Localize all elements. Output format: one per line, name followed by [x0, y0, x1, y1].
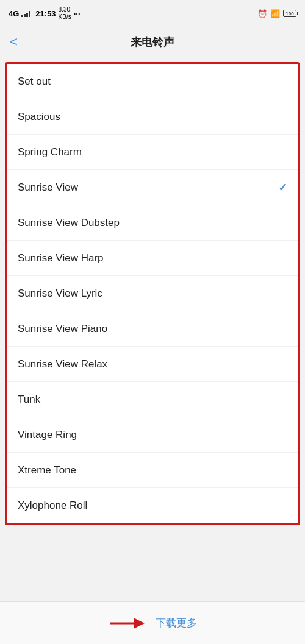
wifi-icon: 📶 — [270, 9, 280, 18]
list-item-label: Sunrise View Lyric — [18, 288, 102, 300]
carrier-label: 4G — [9, 9, 19, 18]
arrow-icon — [108, 615, 145, 632]
list-item-label: Sunrise View Dubstep — [18, 217, 120, 229]
status-bar: 4G 21:53 8.30KB/s ··· ⏰ 📶 100 — [0, 0, 305, 27]
dots-label: ··· — [74, 9, 81, 18]
ringtone-list: Set outSpaciousSpring CharmSunrise View✓… — [5, 62, 300, 525]
list-item[interactable]: Tunk — [7, 382, 298, 417]
list-item[interactable]: Sunrise View Piano — [7, 311, 298, 347]
list-item-label: Tunk — [18, 394, 40, 406]
list-item[interactable]: Set out — [7, 64, 298, 99]
page-title: 来电铃声 — [131, 35, 174, 49]
list-item[interactable]: Sunrise View Lyric — [7, 276, 298, 311]
list-item[interactable]: Sunrise View Harp — [7, 241, 298, 276]
list-item[interactable]: Sunrise View Relax — [7, 347, 298, 382]
list-item-label: Sunrise View Relax — [18, 358, 107, 370]
nav-bar: < 来电铃声 — [0, 27, 305, 57]
list-item[interactable]: Xylophone Roll — [7, 488, 298, 523]
status-right: ⏰ 📶 100 — [257, 9, 296, 18]
list-item[interactable]: Vintage Ring — [7, 417, 298, 453]
signal-icon — [21, 10, 30, 17]
list-item-label: Sunrise View Harp — [18, 252, 103, 264]
download-more-button[interactable]: 下载更多 — [156, 616, 197, 630]
network-speed: 8.30KB/s — [59, 6, 71, 21]
list-item-label: Xtreme Tone — [18, 464, 76, 476]
list-item-label: Set out — [18, 76, 51, 88]
back-button[interactable]: < — [10, 34, 18, 50]
checkmark-icon: ✓ — [278, 181, 287, 194]
bottom-bar: 下载更多 — [0, 601, 305, 644]
list-item[interactable]: Sunrise View✓ — [7, 170, 298, 205]
battery-icon: 100 — [283, 10, 296, 17]
list-item[interactable]: Spacious — [7, 99, 298, 135]
list-item-label: Sunrise View — [18, 182, 78, 194]
list-item[interactable]: Spring Charm — [7, 135, 298, 170]
status-left: 4G 21:53 8.30KB/s ··· — [9, 6, 81, 21]
list-item[interactable]: Xtreme Tone — [7, 453, 298, 488]
list-item-label: Spacious — [18, 111, 60, 123]
alarm-icon: ⏰ — [257, 9, 267, 18]
time-label: 21:53 — [35, 9, 56, 18]
list-item-label: Sunrise View Piano — [18, 323, 107, 335]
list-item[interactable]: Sunrise View Dubstep — [7, 205, 298, 241]
list-item-label: Spring Charm — [18, 146, 82, 158]
list-item-label: Vintage Ring — [18, 429, 77, 441]
list-item-label: Xylophone Roll — [18, 500, 87, 512]
